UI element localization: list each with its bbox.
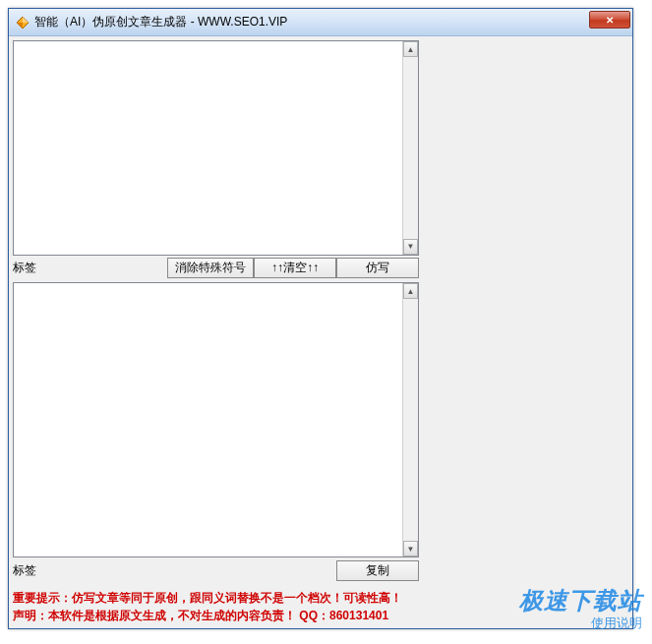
window-title: 智能（AI）伪原创文章生成器 - WWW.SEO1.VIP <box>34 14 632 30</box>
clear-button[interactable]: ↑↑清空↑↑ <box>254 258 336 278</box>
rewrite-button[interactable]: 仿写 <box>336 258 419 278</box>
input-textarea[interactable] <box>14 41 402 255</box>
app-window: 智能（AI）伪原创文章生成器 - WWW.SEO1.VIP ✕ ▲ ▼ 标签 消… <box>8 8 633 629</box>
scroll-down-icon[interactable]: ▼ <box>403 239 418 255</box>
footer-notice: 重要提示：仿写文章等同于原创，跟同义词替换不是一个档次！可读性高！ 声明：本软件… <box>13 589 419 624</box>
input-scrollbar[interactable]: ▲ ▼ <box>402 41 418 255</box>
close-icon: ✕ <box>606 15 614 26</box>
output-scrollbar[interactable]: ▲ ▼ <box>402 283 418 556</box>
notice-line1: 重要提示：仿写文章等同于原创，跟同义词替换不是一个档次！可读性高！ <box>13 589 419 607</box>
output-toolbar: 标签 复制 <box>13 559 419 581</box>
left-panel: ▲ ▼ 标签 消除特殊符号 ↑↑清空↑↑ 仿写 ▲ ▼ 标签 <box>13 40 419 624</box>
notice-line2: 声明：本软件是根据原文生成，不对生成的内容负责！ QQ：860131401 <box>13 607 419 624</box>
scroll-up-icon[interactable]: ▲ <box>403 283 418 299</box>
input-tag-label: 标签 <box>13 260 131 276</box>
close-button[interactable]: ✕ <box>589 11 630 29</box>
copy-button[interactable]: 复制 <box>336 560 419 581</box>
output-textarea-wrap: ▲ ▼ <box>13 282 419 557</box>
svg-marker-1 <box>23 17 29 23</box>
output-textarea[interactable] <box>14 283 402 556</box>
titlebar[interactable]: 智能（AI）伪原创文章生成器 - WWW.SEO1.VIP ✕ <box>9 9 632 36</box>
input-toolbar: 标签 消除特殊符号 ↑↑清空↑↑ 仿写 <box>13 258 419 279</box>
app-icon <box>15 15 30 30</box>
scroll-up-icon[interactable]: ▲ <box>403 41 418 57</box>
output-tag-label: 标签 <box>13 562 131 579</box>
client-area: ▲ ▼ 标签 消除特殊符号 ↑↑清空↑↑ 仿写 ▲ ▼ 标签 <box>9 36 632 628</box>
scroll-down-icon[interactable]: ▼ <box>403 541 418 556</box>
svg-marker-2 <box>17 23 23 29</box>
right-panel <box>419 40 628 624</box>
clear-special-button[interactable]: 消除特殊符号 <box>167 258 254 278</box>
input-textarea-wrap: ▲ ▼ <box>13 40 419 256</box>
